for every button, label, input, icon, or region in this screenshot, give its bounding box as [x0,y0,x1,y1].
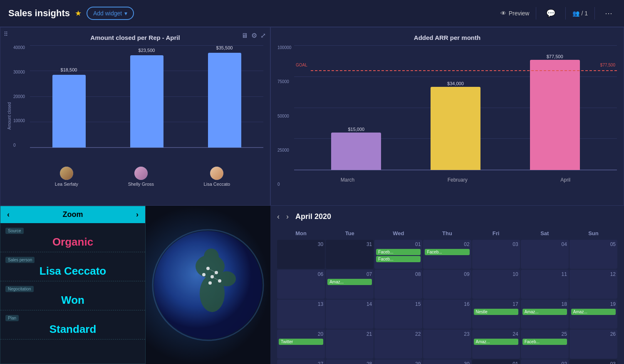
bar-group-2: $35,500 [208,45,241,148]
add-widget-label: Add widget [93,10,122,17]
bar-1 [130,55,163,148]
y-axis-label: Amount closed [7,45,12,187]
cal-cell-25[interactable]: 25 Faceb... [521,330,569,359]
cal-cell-01[interactable]: 01 Faceb... Faceb... [374,240,422,269]
zoom-next-btn[interactable]: › [136,210,139,219]
cal-cell-14[interactable]: 14 [326,300,374,329]
cal-cell-20[interactable]: 20 Twitter [277,330,325,359]
zoom-neg-label: Negocitation [5,286,34,292]
arr-bar-group-0: $15,000 [331,45,381,170]
svg-point-5 [204,248,219,265]
cal-cell-04[interactable]: 04 [521,240,569,269]
arr-x-label-0: March [341,177,354,183]
divider3 [594,7,595,20]
cal-cell-15[interactable]: 15 [374,300,422,329]
cal-event-nestle[interactable]: Nestle [474,309,518,315]
cal-event-amaz4[interactable]: Amaz... [474,339,518,345]
chat-icon[interactable]: 💬 [543,7,559,20]
cal-cell-17[interactable]: 17 Nestle [472,300,520,329]
cal-cell-01n[interactable]: 01 [472,359,520,364]
goal-line [311,70,617,71]
cal-cell-06[interactable]: 06 [277,270,325,299]
cal-event-faceb4[interactable]: Faceb... [522,339,567,345]
bar-value-0: $18,500 [61,67,77,72]
cal-event-faceb3[interactable]: Faceb... [425,249,469,255]
cal-cell-29[interactable]: 29 [374,359,422,364]
cal-cell-30[interactable]: 30 [423,359,471,364]
avatar-1 [134,167,148,180]
cal-cell-10[interactable]: 10 [472,270,520,299]
zoom-source-field: Source Organic [0,223,145,252]
zoom-source-label: Source [5,228,24,234]
cal-cell-27[interactable]: 27 Slack [277,359,325,364]
star-icon[interactable]: ★ [75,9,82,18]
cal-cell-19[interactable]: 19 Amaz... [570,300,617,329]
svg-point-13 [208,281,212,285]
y-label-4: 0 [13,143,25,148]
arr-chart-panel: Added ARR per month 100000 75000 50000 2… [270,27,624,206]
arr-chart-title: Added ARR per month [277,34,617,41]
cal-event-amaz3[interactable]: Amaz... [571,309,616,315]
cal-cell-09[interactable]: 09 [423,270,471,299]
settings-icon[interactable]: ⚙ [251,32,257,39]
cal-cell-28[interactable]: 28 [326,359,374,364]
bar-2 [208,53,241,148]
cal-cell-03[interactable]: 03 [472,240,520,269]
cal-cell-30p[interactable]: 30 [277,240,325,269]
y-label-2: 20000 [13,94,25,99]
cal-cell-12[interactable]: 12 [570,270,617,299]
add-widget-button[interactable]: Add widget ▾ [87,7,134,20]
cal-event-amaz1[interactable]: Amaz... [327,279,372,285]
cal-cell-05[interactable]: 05 [570,240,617,269]
cal-cell-08[interactable]: 08 [374,270,422,299]
cal-event-amaz2[interactable]: Amaz... [522,309,567,315]
y-label-1: 30000 [13,70,25,74]
cal-cell-24[interactable]: 24 Amaz... [472,330,520,359]
drag-handle[interactable]: ⠿ [4,31,8,37]
y-label-0: 40000 [13,45,25,50]
arr-bar-0 [331,133,381,170]
preview-button[interactable]: 👁 Preview [500,10,530,17]
cal-cell-23[interactable]: 23 [423,330,471,359]
preview-label: Preview [509,10,530,17]
arr-bar-val-0: $15,000 [348,127,364,132]
cal-next-btn[interactable]: › [286,212,289,221]
cal-cell-18[interactable]: 18 Amaz... [521,300,569,329]
calendar-header: ‹ › April 2020 [277,212,617,221]
cal-event-faceb2[interactable]: Faceb... [376,256,421,262]
cal-cell-22[interactable]: 22 [374,330,422,359]
calendar-panel: ‹ › April 2020 Mon Tue Wed Thu Fri Sat S… [270,206,624,364]
cal-cell-11[interactable]: 11 [521,270,569,299]
cal-cell-02[interactable]: 02 Faceb... [423,240,471,269]
cal-cell-03n[interactable]: 03 [570,359,617,364]
cal-event-faceb1[interactable]: Faceb... [376,249,421,255]
cal-cell-31p[interactable]: 31 [326,240,374,269]
header-right: 👁 Preview 💬 👥 / 1 ⋯ [500,7,616,20]
chevron-down-icon: ▾ [124,10,127,17]
main-grid: ⠿ 🖥 ⚙ ⤢ Amount closed per Rep - April Am… [0,27,624,364]
cal-event-twitter[interactable]: Twitter [279,339,323,345]
cal-header-sun: Sun [570,228,617,239]
cal-cell-sony[interactable]: 02 Sony [521,359,569,364]
expand-icon[interactable]: ⤢ [260,32,266,39]
person-1: Shelly Gross [128,167,154,187]
cal-cell-21[interactable]: 21 [326,330,374,359]
zoom-prev-btn[interactable]: ‹ [7,210,10,219]
zoom-plan-field: Plan Standard [0,310,145,339]
cal-cell-16[interactable]: 16 [423,300,471,329]
bar-chart-title: Amount closed per Rep - April [7,34,263,41]
more-options-icon[interactable]: ⋯ [602,7,616,20]
cal-cell-13[interactable]: 13 [277,300,325,329]
monitor-icon[interactable]: 🖥 [241,32,248,39]
globe-svg [150,227,266,343]
zoom-neg-value: Won [5,294,140,307]
users-badge[interactable]: 👥 / 1 [572,10,588,17]
zoom-neg-field: Negocitation Won [0,281,145,310]
cal-prev-btn[interactable]: ‹ [277,212,280,221]
eye-icon: 👁 [500,10,506,17]
arr-chart-area: 100000 75000 50000 25000 0 GOAL $77,50 [277,45,617,187]
cal-title: April 2020 [295,212,331,221]
cal-cell-07[interactable]: 07 Amaz... [326,270,374,299]
cal-cell-26[interactable]: 26 [570,330,617,359]
zoom-sales-value: Lisa Ceccato [5,265,140,278]
